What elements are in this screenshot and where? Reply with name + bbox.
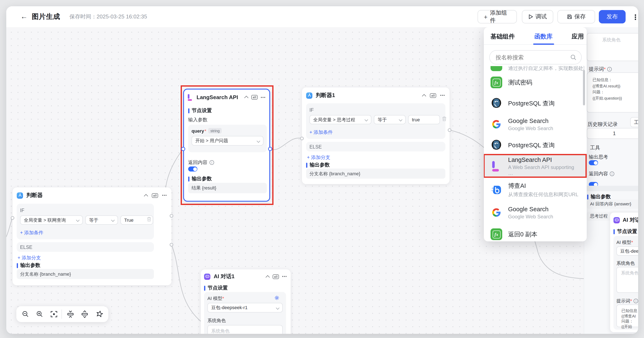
canvas-toolbar <box>16 306 108 322</box>
query-binding-select[interactable]: 开始 > 用户问题 <box>192 136 264 146</box>
node-settings-header: 节点设置 <box>617 228 637 235</box>
tab-apps[interactable]: 应用 <box>572 33 584 40</box>
all-badge-icon[interactable]: all <box>430 93 436 98</box>
panel-prompt-textarea[interactable]: 已知信息： {{博查AI.result}} 问题： {{开始.question}… <box>587 72 638 112</box>
panel-system-role-textarea[interactable]: 系统角色 <box>587 33 638 61</box>
condition-value-input[interactable]: true <box>408 115 440 124</box>
collapse-node-icon[interactable] <box>144 194 148 198</box>
prompt-textarea[interactable]: 已知信息： {{博查AI 问题： {{开始 <box>616 304 638 327</box>
node-menu-icon[interactable]: ⋯ <box>260 94 266 100</box>
node-menu-icon[interactable]: ⋯ <box>162 192 167 198</box>
fit-view-icon[interactable] <box>50 311 57 318</box>
app-root: ← 图片生成 保存时间：2025-03-25 16:02:35 + 添加组件 调… <box>0 0 644 338</box>
add-branch-link[interactable]: + 添加分支 <box>307 154 330 161</box>
list-item-title: 返回0 副本 <box>508 230 537 238</box>
node-settings-header: 节点设置 <box>192 107 212 114</box>
debug-label: 调试 <box>536 13 547 20</box>
list-item[interactable]: 博查AI 从博查搜索任何信息和网页URL <box>484 178 587 201</box>
more-menu-button[interactable]: ⋮ <box>632 13 638 22</box>
ai-model-select[interactable]: 豆包-deep <box>616 246 638 256</box>
ai-model-select[interactable]: 豆包-deepseek-r1 <box>208 303 283 312</box>
top-bar: ← 图片生成 保存时间：2025-03-25 16:02:35 + 添加组件 调… <box>6 6 638 27</box>
delete-condition-icon[interactable] <box>147 217 152 222</box>
tools-tab-button[interactable]: 工 <box>630 117 638 127</box>
info-icon: i <box>608 67 612 72</box>
node-judge[interactable]: 判断器 all ⋯ IF 全局变量 > 联网查询 等于 <box>12 188 172 285</box>
search-input[interactable] <box>495 54 570 61</box>
search-box[interactable] <box>489 50 582 64</box>
output-answer: AI 回答内容 {answer} <box>587 200 638 209</box>
delete-condition-icon[interactable] <box>442 116 446 121</box>
favorite-star-icon[interactable] <box>96 310 103 318</box>
list-item-title: 测试密码 <box>508 78 532 86</box>
all-badge-icon[interactable]: all <box>273 274 279 279</box>
else-branch-section: ELSE <box>306 142 445 152</box>
tab-basic-components[interactable]: 基础组件 <box>490 33 515 40</box>
history-count-input[interactable]: 1 <box>587 128 638 139</box>
publish-button[interactable]: 发布 <box>599 10 626 24</box>
if-label: IF <box>20 208 24 213</box>
output-think-toggle[interactable] <box>589 160 598 165</box>
tab-function-library[interactable]: 函数库 <box>534 33 553 40</box>
bocha-ai-icon <box>490 184 502 196</box>
node-menu-icon[interactable]: ⋯ <box>440 92 445 98</box>
collapse-node-icon[interactable] <box>266 275 270 279</box>
list-item[interactable]: fx 测试密码 <box>484 72 587 93</box>
node-judge1[interactable]: 判断器1 all ⋯ IF 全局变量 > 思考过程 等于 <box>302 88 450 184</box>
condition-operator-select[interactable]: 等于 <box>85 216 118 225</box>
system-role-placeholder: 系统角色 <box>211 328 230 334</box>
list-item[interactable]: PostgreSQL 查询 <box>484 93 587 114</box>
plus-icon: + <box>484 14 488 20</box>
ai-model-label: AI 模型* <box>616 239 633 246</box>
history-count-value: 1 <box>613 130 616 136</box>
ai-model-value: 豆包-deepseek-r1 <box>211 304 248 311</box>
zoom-in-icon[interactable] <box>36 311 43 318</box>
all-badge-icon[interactable]: all <box>152 193 158 198</box>
if-branch-section: IF 全局变量 > 思考过程 等于 true + 添加条件 <box>306 103 445 139</box>
node-langsearch[interactable]: LangSearch API all ⋯ 节点设置 输入参数 query* st… <box>183 89 270 202</box>
node-menu-icon[interactable]: ⋯ <box>282 274 287 280</box>
back-button[interactable]: ← <box>20 12 28 21</box>
add-branch-link[interactable]: + 添加分支 <box>18 255 41 261</box>
prompt-line: {{开始 <box>622 324 638 329</box>
model-section: AI 模型* 豆包-deepseek-r1 系统角色 系统角色 <box>204 292 286 334</box>
system-role-label: 系统角色 <box>208 318 226 324</box>
save-button[interactable]: 保存 <box>558 10 595 24</box>
list-item[interactable]: Google Search Google Web Search <box>484 201 587 224</box>
debug-button[interactable]: 调试 <box>522 10 553 24</box>
list-item[interactable]: PostgreSQL 查询 <box>484 135 587 156</box>
collapse-node-icon[interactable] <box>422 94 426 98</box>
list-item-desc: Google Web Search <box>508 214 553 220</box>
zoom-out-icon[interactable] <box>22 311 29 318</box>
list-item-desc: Google Web Search <box>508 125 553 131</box>
script-icon <box>490 66 502 71</box>
system-role-textarea[interactable]: 系统角色 <box>616 267 638 293</box>
collapse-node-icon[interactable] <box>244 96 248 100</box>
model-settings-gear-icon[interactable] <box>274 295 279 300</box>
return-content-toggle[interactable] <box>188 166 198 172</box>
google-icon <box>490 118 502 130</box>
output-branch-name: 分支名称 {branch_name} <box>306 168 445 178</box>
collapse-all-icon[interactable] <box>67 310 74 318</box>
expand-all-icon[interactable] <box>81 310 88 318</box>
system-role-textarea[interactable]: 系统角色 <box>208 325 283 334</box>
clipped-item-desc: 通过执行自定义脚本，实现数据处理 <box>508 66 584 72</box>
node-ai-chat2[interactable]: AI 对话2 节点设置 AI 模型* 豆包-deep 系统角色 系统角色 提示词… <box>610 212 638 332</box>
condition-variable-select[interactable]: 全局变量 > 联网查询 <box>20 216 83 225</box>
list-item[interactable]: fx 返回0 副本 <box>484 224 587 241</box>
condition-operator-select[interactable]: 等于 <box>374 115 406 124</box>
add-condition-link[interactable]: + 添加条件 <box>310 129 333 136</box>
add-condition-link[interactable]: + 添加条件 <box>20 230 44 236</box>
prompt-line: 问题： <box>592 89 638 95</box>
list-item[interactable]: Google Search Google Web Search <box>484 114 587 135</box>
system-role-placeholder: 系统角色 <box>620 270 638 276</box>
query-param-section: query* string 开始 > 用户问题 <box>188 125 267 152</box>
add-component-button[interactable]: + 添加组件 <box>478 10 517 24</box>
ai-chat-node-icon <box>204 273 210 280</box>
condition-variable-select[interactable]: 全局变量 > 思考过程 <box>310 115 371 124</box>
edge-start-to-judge <box>6 218 12 240</box>
node-ai-chat1[interactable]: AI 对话1 all ⋯ 节点设置 AI 模型* <box>201 270 291 334</box>
output-result: 结果 {result} <box>188 183 267 193</box>
all-badge-icon[interactable]: all <box>252 95 258 100</box>
component-library-dropdown: 基础组件 函数库 应用 通过执行自定义脚本，实现数据处理 fx <box>484 27 587 241</box>
